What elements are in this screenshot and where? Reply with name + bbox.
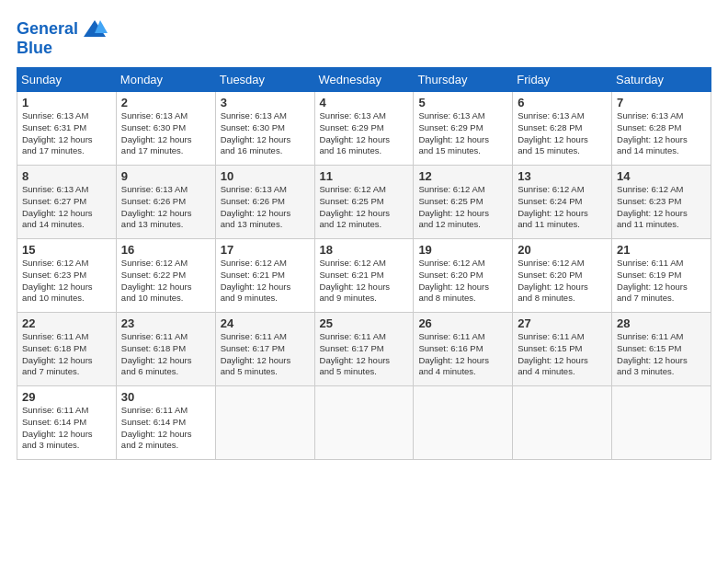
- day-number: 8: [22, 169, 111, 183]
- calendar-cell: 7Sunrise: 6:13 AMSunset: 6:28 PMDaylight…: [612, 92, 711, 166]
- day-number: 30: [121, 390, 210, 404]
- calendar-cell: 28Sunrise: 6:11 AMSunset: 6:15 PMDayligh…: [612, 313, 711, 386]
- day-info: Sunrise: 6:13 AMSunset: 6:26 PMDaylight:…: [221, 184, 310, 231]
- day-number: 20: [518, 243, 607, 257]
- day-number: 5: [418, 96, 507, 109]
- calendar-cell: 18Sunrise: 6:12 AMSunset: 6:21 PMDayligh…: [314, 239, 414, 313]
- weekday-header-row: SundayMondayTuesdayWednesdayThursdayFrid…: [17, 68, 711, 92]
- calendar-cell: 27Sunrise: 6:11 AMSunset: 6:15 PMDayligh…: [513, 313, 612, 386]
- day-info: Sunrise: 6:12 AMSunset: 6:23 PMDaylight:…: [22, 258, 111, 304]
- calendar-cell: 4Sunrise: 6:13 AMSunset: 6:29 PMDaylight…: [314, 92, 414, 166]
- weekday-monday: Monday: [116, 68, 215, 92]
- weekday-saturday: Saturday: [612, 68, 711, 92]
- calendar-cell: 24Sunrise: 6:11 AMSunset: 6:17 PMDayligh…: [215, 313, 314, 386]
- day-number: 7: [617, 96, 706, 109]
- day-number: 9: [121, 169, 210, 183]
- day-info: Sunrise: 6:11 AMSunset: 6:16 PMDaylight:…: [418, 331, 507, 378]
- logo-icon: [82, 17, 108, 42]
- day-info: Sunrise: 6:13 AMSunset: 6:28 PMDaylight:…: [518, 110, 607, 157]
- week-row-4: 22Sunrise: 6:11 AMSunset: 6:18 PMDayligh…: [17, 313, 711, 386]
- day-number: 12: [418, 169, 507, 183]
- calendar-cell: 13Sunrise: 6:12 AMSunset: 6:24 PMDayligh…: [513, 166, 612, 239]
- calendar-cell: 14Sunrise: 6:12 AMSunset: 6:23 PMDayligh…: [612, 166, 711, 239]
- day-info: Sunrise: 6:12 AMSunset: 6:20 PMDaylight:…: [418, 258, 507, 304]
- calendar-cell: 22Sunrise: 6:11 AMSunset: 6:18 PMDayligh…: [17, 313, 117, 386]
- day-number: 6: [518, 96, 607, 109]
- logo-text: General: [17, 20, 78, 39]
- calendar-cell: 29Sunrise: 6:11 AMSunset: 6:14 PMDayligh…: [17, 386, 117, 460]
- calendar-cell: [314, 386, 414, 460]
- day-number: 1: [22, 96, 111, 109]
- weekday-tuesday: Tuesday: [215, 68, 314, 92]
- day-number: 15: [22, 243, 111, 257]
- day-info: Sunrise: 6:11 AMSunset: 6:18 PMDaylight:…: [121, 331, 210, 378]
- day-info: Sunrise: 6:12 AMSunset: 6:22 PMDaylight:…: [121, 258, 210, 304]
- day-info: Sunrise: 6:11 AMSunset: 6:14 PMDaylight:…: [22, 405, 111, 452]
- logo: General Blue: [17, 17, 108, 58]
- calendar-cell: 30Sunrise: 6:11 AMSunset: 6:14 PMDayligh…: [116, 386, 215, 460]
- day-number: 17: [221, 243, 310, 257]
- calendar-cell: 10Sunrise: 6:13 AMSunset: 6:26 PMDayligh…: [215, 166, 314, 239]
- day-info: Sunrise: 6:11 AMSunset: 6:17 PMDaylight:…: [221, 331, 310, 378]
- calendar-cell: 2Sunrise: 6:13 AMSunset: 6:30 PMDaylight…: [116, 92, 215, 166]
- calendar-cell: 26Sunrise: 6:11 AMSunset: 6:16 PMDayligh…: [414, 313, 513, 386]
- weekday-thursday: Thursday: [414, 68, 513, 92]
- day-number: 18: [320, 243, 409, 257]
- day-number: 27: [518, 316, 607, 330]
- day-info: Sunrise: 6:12 AMSunset: 6:24 PMDaylight:…: [518, 184, 607, 231]
- calendar-cell: 25Sunrise: 6:11 AMSunset: 6:17 PMDayligh…: [314, 313, 414, 386]
- calendar-cell: 12Sunrise: 6:12 AMSunset: 6:25 PMDayligh…: [414, 166, 513, 239]
- day-number: 28: [617, 316, 706, 330]
- day-number: 13: [518, 169, 607, 183]
- calendar-cell: 15Sunrise: 6:12 AMSunset: 6:23 PMDayligh…: [17, 239, 117, 313]
- day-number: 24: [221, 316, 310, 330]
- day-number: 23: [121, 316, 210, 330]
- day-info: Sunrise: 6:11 AMSunset: 6:15 PMDaylight:…: [518, 331, 607, 378]
- calendar-body: 1Sunrise: 6:13 AMSunset: 6:31 PMDaylight…: [17, 92, 711, 460]
- calendar-cell: [513, 386, 612, 460]
- calendar-cell: 19Sunrise: 6:12 AMSunset: 6:20 PMDayligh…: [414, 239, 513, 313]
- week-row-1: 1Sunrise: 6:13 AMSunset: 6:31 PMDaylight…: [17, 92, 711, 166]
- day-info: Sunrise: 6:13 AMSunset: 6:26 PMDaylight:…: [121, 184, 210, 231]
- day-info: Sunrise: 6:12 AMSunset: 6:25 PMDaylight:…: [418, 184, 507, 231]
- day-info: Sunrise: 6:11 AMSunset: 6:14 PMDaylight:…: [121, 405, 210, 452]
- calendar-cell: 23Sunrise: 6:11 AMSunset: 6:18 PMDayligh…: [116, 313, 215, 386]
- day-info: Sunrise: 6:13 AMSunset: 6:29 PMDaylight:…: [320, 110, 409, 157]
- day-info: Sunrise: 6:13 AMSunset: 6:29 PMDaylight:…: [418, 110, 507, 157]
- calendar-cell: 17Sunrise: 6:12 AMSunset: 6:21 PMDayligh…: [215, 239, 314, 313]
- day-number: 19: [418, 243, 507, 257]
- day-number: 29: [22, 390, 111, 404]
- calendar-cell: [414, 386, 513, 460]
- day-number: 4: [320, 96, 409, 109]
- day-info: Sunrise: 6:12 AMSunset: 6:20 PMDaylight:…: [518, 258, 607, 304]
- day-number: 11: [320, 169, 409, 183]
- day-number: 21: [617, 243, 706, 257]
- day-number: 22: [22, 316, 111, 330]
- weekday-friday: Friday: [513, 68, 612, 92]
- calendar-cell: 3Sunrise: 6:13 AMSunset: 6:30 PMDaylight…: [215, 92, 314, 166]
- calendar-cell: 20Sunrise: 6:12 AMSunset: 6:20 PMDayligh…: [513, 239, 612, 313]
- day-info: Sunrise: 6:13 AMSunset: 6:31 PMDaylight:…: [22, 110, 111, 157]
- calendar-cell: [612, 386, 711, 460]
- day-info: Sunrise: 6:11 AMSunset: 6:18 PMDaylight:…: [22, 331, 111, 378]
- day-number: 2: [121, 96, 210, 109]
- day-number: 25: [320, 316, 409, 330]
- calendar-cell: [215, 386, 314, 460]
- day-number: 10: [221, 169, 310, 183]
- calendar-cell: 11Sunrise: 6:12 AMSunset: 6:25 PMDayligh…: [314, 166, 414, 239]
- week-row-2: 8Sunrise: 6:13 AMSunset: 6:27 PMDaylight…: [17, 166, 711, 239]
- page: General Blue SundayMondayTuesdayWednesda…: [0, 0, 728, 563]
- day-number: 16: [121, 243, 210, 257]
- week-row-5: 29Sunrise: 6:11 AMSunset: 6:14 PMDayligh…: [17, 386, 711, 460]
- day-number: 14: [617, 169, 706, 183]
- day-number: 26: [418, 316, 507, 330]
- day-number: 3: [221, 96, 310, 109]
- calendar-cell: 5Sunrise: 6:13 AMSunset: 6:29 PMDaylight…: [414, 92, 513, 166]
- day-info: Sunrise: 6:12 AMSunset: 6:23 PMDaylight:…: [617, 184, 706, 231]
- day-info: Sunrise: 6:11 AMSunset: 6:15 PMDaylight:…: [617, 331, 706, 378]
- weekday-wednesday: Wednesday: [314, 68, 414, 92]
- day-info: Sunrise: 6:13 AMSunset: 6:30 PMDaylight:…: [121, 110, 210, 157]
- day-info: Sunrise: 6:12 AMSunset: 6:21 PMDaylight:…: [320, 258, 409, 304]
- day-info: Sunrise: 6:11 AMSunset: 6:17 PMDaylight:…: [320, 331, 409, 378]
- day-info: Sunrise: 6:11 AMSunset: 6:19 PMDaylight:…: [617, 258, 706, 304]
